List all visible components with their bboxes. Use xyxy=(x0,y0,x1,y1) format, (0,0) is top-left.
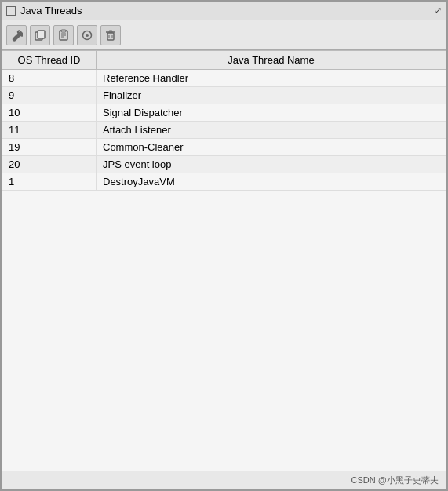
svg-rect-1 xyxy=(38,31,45,38)
col-header-os-thread-id: OS Thread ID xyxy=(2,51,97,70)
status-bar: CSDN @小黑子史蒂夫 xyxy=(2,471,446,489)
cell-java-thread-name: Common-Cleaner xyxy=(97,139,446,156)
copy-button[interactable] xyxy=(30,25,50,45)
cell-java-thread-name: DestroyJavaVM xyxy=(97,173,446,191)
cell-os-thread-id: 10 xyxy=(2,104,97,122)
cell-java-thread-name: Reference Handler xyxy=(97,70,446,87)
title-bar-left: Java Threads xyxy=(6,5,82,16)
wrench-icon xyxy=(10,29,23,42)
cell-java-thread-name: Signal Dispatcher xyxy=(97,104,446,122)
status-text: CSDN @小黑子史蒂夫 xyxy=(351,475,439,486)
cell-java-thread-name: JPS event loop xyxy=(97,156,446,173)
copy-icon xyxy=(34,29,46,42)
cell-os-thread-id: 20 xyxy=(2,156,97,173)
table-row[interactable]: 19Common-Cleaner xyxy=(2,139,446,156)
cell-java-thread-name: Finalizer xyxy=(97,87,446,104)
table-row[interactable]: 1DestroyJavaVM xyxy=(2,173,446,191)
wrench-button[interactable] xyxy=(6,25,27,45)
table-row[interactable]: 10Signal Dispatcher xyxy=(2,104,446,122)
cell-os-thread-id: 11 xyxy=(2,122,97,139)
svg-rect-9 xyxy=(107,33,114,40)
toolbar xyxy=(2,20,446,50)
window-title: Java Threads xyxy=(20,5,82,16)
table-row[interactable]: 9Finalizer xyxy=(2,87,446,104)
col-header-java-thread-name: Java Thread Name xyxy=(97,51,446,70)
expand-icon[interactable]: ⤢ xyxy=(435,5,442,16)
circle-button[interactable] xyxy=(77,25,97,45)
table-header-row: OS Thread ID Java Thread Name xyxy=(2,51,446,70)
svg-rect-13 xyxy=(109,31,112,32)
threads-table: OS Thread ID Java Thread Name 8Reference… xyxy=(2,50,446,191)
svg-point-8 xyxy=(86,34,89,37)
delete-button[interactable] xyxy=(100,25,121,45)
cell-os-thread-id: 19 xyxy=(2,139,97,156)
paste-button[interactable] xyxy=(53,25,74,45)
svg-rect-3 xyxy=(61,30,66,32)
title-bar: Java Threads ⤢ xyxy=(2,2,446,20)
paste-icon xyxy=(57,29,70,42)
table-row[interactable]: 8Reference Handler xyxy=(2,70,446,87)
window-icon xyxy=(6,6,16,16)
threads-table-container: OS Thread ID Java Thread Name 8Reference… xyxy=(2,50,446,471)
cell-os-thread-id: 1 xyxy=(2,173,97,191)
refresh-icon xyxy=(81,29,93,42)
cell-java-thread-name: Attach Listener xyxy=(97,122,446,139)
table-row[interactable]: 11Attach Listener xyxy=(2,122,446,139)
cell-os-thread-id: 8 xyxy=(2,70,97,87)
cell-os-thread-id: 9 xyxy=(2,87,97,104)
table-row[interactable]: 20JPS event loop xyxy=(2,156,446,173)
delete-icon xyxy=(104,29,117,42)
java-threads-window: Java Threads ⤢ xyxy=(0,0,448,491)
